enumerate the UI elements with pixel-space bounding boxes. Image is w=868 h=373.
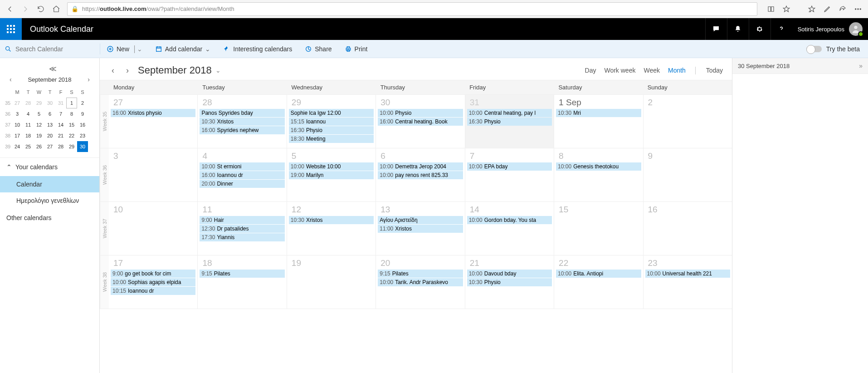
mini-day-cell[interactable]: 25	[23, 141, 34, 152]
calendar-event[interactable]: 10:15Ioannou dr	[111, 287, 195, 295]
mini-day-cell[interactable]: 2	[77, 98, 88, 108]
calendar-event[interactable]: 9:00Hair	[200, 216, 284, 224]
help-icon[interactable]	[770, 18, 792, 40]
day-cell[interactable]: 2716:00Xristos physio	[109, 95, 198, 148]
mini-day-cell[interactable]: 27	[44, 141, 55, 152]
add-calendar-button[interactable]: Add calendar ⌄	[149, 45, 217, 53]
day-cell[interactable]: 710:00EPA bday	[465, 148, 554, 201]
day-cell[interactable]: 2310:00Universal health 221	[644, 255, 732, 309]
mini-day-cell[interactable]: 5	[34, 108, 44, 119]
mini-day-cell[interactable]: 13	[44, 119, 55, 130]
mini-day-cell[interactable]: 20	[44, 130, 55, 141]
day-cell[interactable]: 19	[287, 255, 376, 309]
calendar-event[interactable]: 10:00St ermioni	[200, 162, 284, 171]
mini-day-cell[interactable]: 27	[12, 98, 23, 108]
back-button[interactable]	[3, 2, 17, 16]
calendar-event[interactable]: 19:00Marilyn	[289, 171, 374, 179]
chat-icon[interactable]	[705, 18, 727, 40]
mini-day-cell[interactable]: 16	[77, 119, 88, 130]
home-button[interactable]	[49, 2, 63, 16]
mini-day-cell[interactable]: 9	[77, 108, 88, 119]
calendar-event[interactable]: 16:30Physio	[467, 118, 552, 126]
calendar-item-default[interactable]: Calendar	[0, 176, 99, 192]
share-page-icon[interactable]	[835, 2, 850, 16]
calendar-event[interactable]: 16:30Physio	[289, 126, 374, 134]
mini-day-cell[interactable]: 10	[12, 119, 23, 130]
calendar-event[interactable]: 10:00Universal health 221	[645, 270, 730, 278]
calendar-event[interactable]: 10:00Physio	[378, 109, 463, 117]
calendar-event[interactable]: 15:15Ioannou	[289, 118, 374, 126]
favorite-star-icon[interactable]	[779, 2, 794, 16]
day-cell[interactable]: 810:00Genesis theotokou	[554, 148, 643, 201]
day-cell[interactable]: 9	[644, 148, 732, 201]
mini-day-cell[interactable]: 23	[77, 130, 88, 141]
calendar-event[interactable]: 10:00Davoud bday	[467, 270, 552, 278]
notifications-icon[interactable]	[727, 18, 749, 40]
calendar-event[interactable]: 20:00Dinner	[200, 180, 284, 188]
day-cell[interactable]: 15	[554, 202, 643, 255]
other-calendars-header[interactable]: Other calendars	[0, 209, 99, 227]
calendar-event[interactable]: 18:30Meeting	[289, 135, 374, 143]
expand-icon[interactable]: »	[859, 62, 863, 69]
calendar-event[interactable]: 16:00Xristos physio	[111, 109, 195, 117]
toggle-switch[interactable]	[806, 46, 822, 52]
mini-day-cell[interactable]: 29	[34, 98, 44, 108]
cal-prev-button[interactable]: ‹	[109, 66, 117, 75]
calendar-event[interactable]: 10:00Demettra Jerop 2004	[378, 162, 463, 171]
mini-day-cell[interactable]: 7	[55, 108, 66, 119]
day-cell[interactable]: 1410:00Gordon bday. You sta	[465, 202, 554, 255]
mini-day-cell[interactable]: 1	[66, 98, 77, 108]
calendar-event[interactable]: Sophie lca lgw 12:00	[289, 109, 374, 117]
share-button[interactable]: Share	[298, 45, 338, 53]
mini-day-cell[interactable]: 17	[12, 130, 23, 141]
mini-day-cell[interactable]: 12	[34, 119, 44, 130]
day-cell[interactable]: 1 Sep10:30Mri	[554, 95, 643, 148]
new-button[interactable]: New │⌄	[100, 45, 149, 53]
day-cell[interactable]: 610:00Demettra Jerop 200410:00pay renos …	[376, 148, 465, 201]
calendar-event[interactable]: 10:30Xristos	[200, 118, 284, 126]
day-cell[interactable]: 209:15Pilates10:00Tarik. Andr Paraskevo	[376, 255, 465, 309]
mini-day-cell[interactable]: 6	[44, 108, 55, 119]
day-cell[interactable]: 1210:30Xristos	[287, 202, 376, 255]
calendar-event[interactable]: 10:00Website 10:00	[289, 162, 374, 171]
day-cell[interactable]: 2210:00Elita. Antiopi	[554, 255, 643, 309]
day-cell[interactable]: 3110:00Central heating, pay l16:30Physio	[465, 95, 554, 148]
mini-month-label[interactable]: September 2018	[28, 76, 71, 83]
day-cell[interactable]: 179:00go get book for cim10:00Sophias ag…	[109, 255, 198, 309]
mini-day-cell[interactable]: 8	[66, 108, 77, 119]
mini-day-cell[interactable]: 29	[66, 141, 77, 152]
favorites-icon[interactable]	[805, 2, 819, 16]
mini-day-cell[interactable]: 15	[66, 119, 77, 130]
interesting-calendars-button[interactable]: Interesting calendars	[217, 45, 298, 53]
view-month[interactable]: Month	[668, 67, 686, 74]
day-cell[interactable]: 3	[109, 148, 198, 201]
settings-icon[interactable]	[749, 18, 770, 40]
day-cell[interactable]: 13Αγίου Αριστείδη11:00Xristos	[376, 202, 465, 255]
calendar-event[interactable]: 9:15Pilates	[378, 270, 463, 278]
calendar-event[interactable]: 10:00Central heating, pay l	[467, 109, 552, 117]
mini-day-cell[interactable]: 19	[34, 130, 44, 141]
search-input[interactable]	[15, 45, 88, 53]
user-menu[interactable]: Sotiris Jeropoulos	[792, 22, 868, 36]
mini-day-cell[interactable]: 3	[12, 108, 23, 119]
mini-day-cell[interactable]: 22	[66, 130, 77, 141]
mini-day-cell[interactable]: 11	[23, 119, 34, 130]
view-week[interactable]: Week	[644, 67, 660, 74]
reading-view-icon[interactable]	[764, 2, 778, 16]
day-cell[interactable]: 29Sophie lca lgw 12:0015:15Ioannou16:30P…	[287, 95, 376, 148]
calendar-title[interactable]: September 2018 ⌄	[138, 64, 221, 76]
day-cell[interactable]: 2	[644, 95, 732, 148]
calendar-event[interactable]: 10:30Physio	[467, 278, 552, 286]
calendar-event[interactable]: 10:30Xristos	[289, 216, 374, 224]
mini-day-cell[interactable]: 30	[44, 98, 55, 108]
day-cell[interactable]: 510:00Website 10:0019:00Marilyn	[287, 148, 376, 201]
day-cell[interactable]: 3010:00Physio16:00Central heating. Book	[376, 95, 465, 148]
calendar-event[interactable]: 16:00Ioannou dr	[200, 171, 284, 179]
calendar-event[interactable]: 9:00go get book for cim	[111, 270, 195, 278]
notes-icon[interactable]	[820, 2, 834, 16]
day-cell[interactable]: 28Panos Spyrides bday10:30Xristos16:00Sp…	[198, 95, 287, 148]
calendar-event[interactable]: 10:30Mri	[556, 109, 641, 117]
calendar-event[interactable]: Panos Spyrides bday	[200, 109, 284, 117]
your-calendars-header[interactable]: ⌃ Your calendars	[0, 157, 99, 176]
calendar-event[interactable]: 10:00Genesis theotokou	[556, 162, 641, 171]
